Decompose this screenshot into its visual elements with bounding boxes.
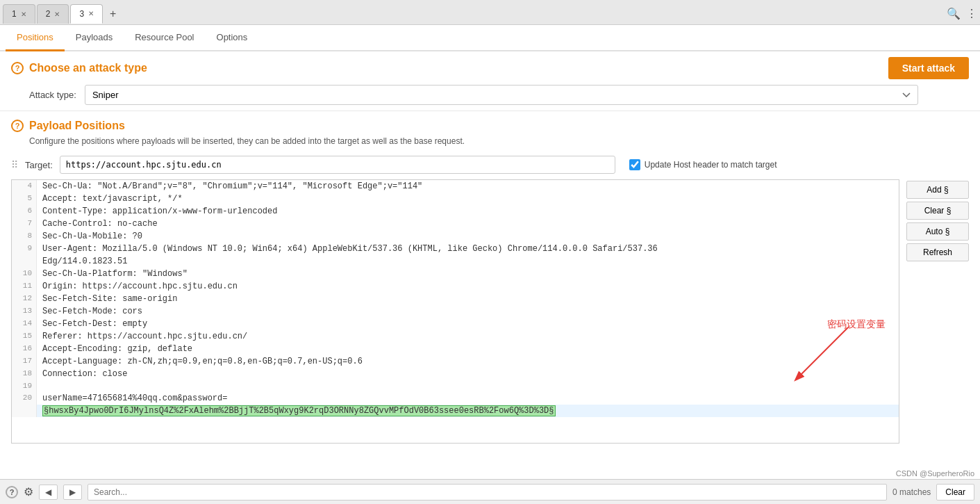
table-row: 11Origin: https://account.hpc.sjtu.edu.c… — [12, 280, 899, 293]
start-attack-button[interactable]: Start attack — [888, 57, 969, 79]
attack-type-select[interactable]: Sniper Battering ram Pitchfork Cluster b… — [85, 85, 918, 105]
update-host-label: Update Host header to match target — [645, 160, 777, 170]
nav-tabs: Positions Payloads Resource Pool Options — [0, 25, 980, 51]
new-tab-button[interactable]: + — [104, 5, 122, 23]
payload-positions-title: Payload Positions — [29, 120, 125, 132]
table-row: 20userName=471656814%40qq.com&password= — [12, 392, 899, 405]
table-row: 6Content-Type: application/x-www-form-ur… — [12, 205, 899, 218]
update-host-checkbox[interactable] — [629, 159, 640, 170]
table-row: 10Sec-Ch-Ua-Platform: "Windows" — [12, 268, 899, 280]
clear-section-button[interactable]: Clear § — [906, 202, 969, 220]
attack-type-section: ? Choose an attack type Start attack Att… — [0, 51, 980, 108]
search-icon-button[interactable]: 🔍 — [947, 7, 961, 20]
main-content: ? Choose an attack type Start attack Att… — [0, 51, 980, 503]
watermark: CSDN @SuperheroRio — [896, 469, 974, 478]
settings-icon[interactable]: ⚙ — [24, 485, 33, 498]
tab-3-label: 3 — [79, 9, 84, 19]
attack-type-label: Attack type: — [29, 90, 76, 100]
match-count: 0 matches — [892, 487, 931, 497]
tab-1-label: 1 — [12, 9, 17, 19]
tab-1[interactable]: 1 ✕ — [3, 4, 35, 24]
target-input[interactable] — [60, 156, 615, 174]
tab-2-close[interactable]: ✕ — [54, 10, 60, 18]
table-row: 14Sec-Fetch-Dest: empty — [12, 318, 899, 330]
tab-2[interactable]: 2 ✕ — [37, 4, 69, 24]
table-row: Edg/114.0.1823.51 — [12, 255, 899, 268]
clear-search-button[interactable]: Clear — [936, 484, 974, 501]
table-row: 4Sec-Ch-Ua: "Not.A/Brand";v="8", "Chromi… — [12, 180, 899, 193]
table-row: 16Accept-Encoding: gzip, deflate — [12, 343, 899, 355]
table-row: 7Cache-Control: no-cache — [12, 218, 899, 230]
code-editor[interactable]: 4Sec-Ch-Ua: "Not.A/Brand";v="8", "Chromi… — [11, 179, 899, 444]
nav-forward-button[interactable]: ▶ — [63, 485, 82, 500]
payload-positions-help-icon[interactable]: ? — [11, 120, 24, 132]
table-row: 12Sec-Fetch-Site: same-origin — [12, 293, 899, 305]
tab-payloads[interactable]: Payloads — [65, 25, 124, 51]
payload-positions-desc: Configure the positions where payloads w… — [11, 136, 969, 146]
tab-3[interactable]: 3 ✕ — [70, 4, 103, 24]
attack-type-title: Choose an attack type — [29, 62, 147, 74]
table-row: 15Referer: https://account.hpc.sjtu.edu.… — [12, 330, 899, 343]
tab-2-label: 2 — [46, 9, 51, 19]
nav-back-button[interactable]: ◀ — [39, 485, 58, 500]
refresh-button[interactable]: Refresh — [906, 243, 969, 261]
tab-bar: 1 ✕ 2 ✕ 3 ✕ + 🔍 ⋮ — [0, 0, 980, 25]
tab-3-close[interactable]: ✕ — [88, 10, 94, 17]
table-row: 5Accept: text/javascript, */* — [12, 193, 899, 205]
menu-icon-button[interactable]: ⋮ — [966, 7, 977, 20]
bottom-help-icon[interactable]: ? — [6, 486, 18, 498]
table-row: 19 — [12, 380, 899, 392]
right-action-buttons: Add § Clear § Auto § Refresh — [906, 181, 969, 261]
table-row: 13Sec-Fetch-Mode: cors — [12, 305, 899, 318]
search-input[interactable] — [88, 484, 887, 501]
tab-1-close[interactable]: ✕ — [21, 10, 26, 18]
target-label: Target: — [25, 160, 53, 170]
update-host-row: Update Host header to match target — [629, 159, 777, 170]
tab-positions[interactable]: Positions — [6, 25, 65, 51]
attack-type-help-icon[interactable]: ? — [11, 62, 24, 74]
payload-positions-section: ? Payload Positions Configure the positi… — [0, 114, 980, 156]
tab-resource-pool[interactable]: Resource Pool — [124, 25, 205, 51]
table-row: 9User-Agent: Mozilla/5.0 (Windows NT 10.… — [12, 243, 899, 255]
table-row: 18Connection: close — [12, 368, 899, 380]
drag-handle-icon: ⠿ — [11, 159, 18, 170]
payload-marker: §hwsxBy4Jpwo0DrI6JMylnsQ4Z%2FxAlehm%2BBj… — [42, 405, 556, 416]
table-row: 8Sec-Ch-Ua-Mobile: ?0 — [12, 230, 899, 243]
bottom-bar: ? ⚙ ◀ ▶ 0 matches Clear — [0, 479, 980, 504]
tab-options[interactable]: Options — [206, 25, 259, 51]
table-row: §hwsxBy4Jpwo0DrI6JMylnsQ4Z%2FxAlehm%2BBj… — [12, 405, 899, 417]
auto-button[interactable]: Auto § — [906, 222, 969, 241]
add-button[interactable]: Add § — [906, 181, 969, 199]
table-row: 17Accept-Language: zh-CN,zh;q=0.9,en;q=0… — [12, 355, 899, 368]
